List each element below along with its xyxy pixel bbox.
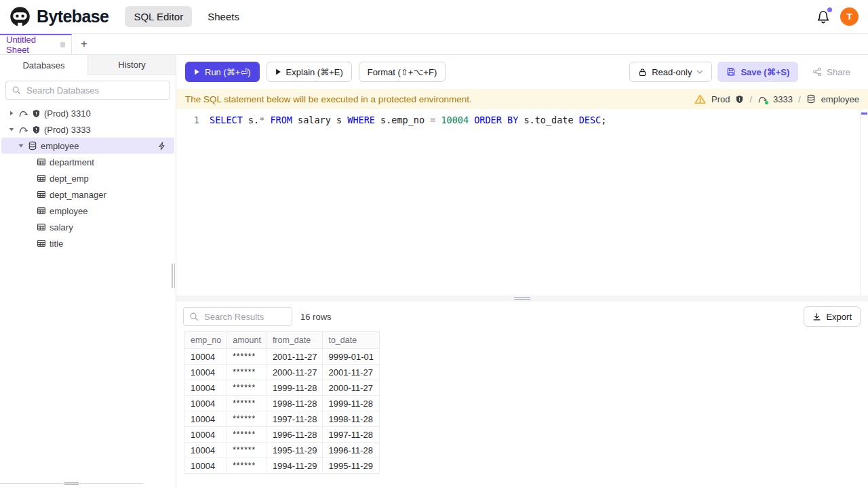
quick-action-bolt-icon[interactable] — [157, 142, 166, 150]
sheet-tab-bar: Untitled Sheet + — [0, 34, 868, 55]
tree-instance-prod-3333[interactable]: (Prod) 3333 — [0, 121, 176, 138]
tree-table-salary[interactable]: salary — [0, 219, 176, 235]
column-header[interactable]: from_date — [267, 332, 323, 349]
table-row[interactable]: 10004******2000-11-272001-11-27 — [185, 365, 380, 380]
table-label: department — [50, 157, 94, 167]
notification-badge — [827, 7, 832, 12]
tree-table-dept-emp[interactable]: dept_emp — [0, 170, 176, 186]
breadcrumb-environment: Prod — [711, 94, 730, 104]
top-nav: SQL Editor Sheets — [125, 6, 248, 27]
brand: Bytebase — [9, 6, 108, 27]
tab-history[interactable]: History — [87, 55, 176, 75]
search-databases-input[interactable] — [5, 81, 170, 100]
export-button[interactable]: Export — [804, 306, 861, 327]
mysql-icon — [18, 125, 28, 135]
table-label: dept_emp — [50, 174, 89, 184]
sql-statement: SELECT s.* FROM salary s WHERE s.emp_no … — [205, 114, 606, 127]
table-icon — [37, 222, 46, 232]
shield-icon — [735, 95, 744, 104]
tree-table-dept-manager[interactable]: dept_manager — [0, 186, 176, 203]
share-button[interactable]: Share — [804, 62, 859, 82]
code-line: 1 SELECT s.* FROM salary s WHERE s.emp_n… — [176, 109, 868, 127]
sidebar-panel-drag-handle[interactable] — [64, 482, 79, 486]
shield-icon — [32, 109, 41, 118]
tree-table-employee[interactable]: employee — [0, 203, 176, 219]
column-header[interactable]: to_date — [323, 332, 380, 349]
explain-button[interactable]: Explain (⌘+E) — [267, 62, 352, 82]
mysql-icon — [18, 108, 28, 119]
column-header[interactable]: amount — [227, 332, 267, 349]
sheet-tab-label: Untitled Sheet — [6, 35, 56, 55]
tree-table-department[interactable]: department — [0, 154, 176, 170]
table-label: salary — [50, 222, 73, 232]
tab-databases[interactable]: Databases — [0, 55, 87, 75]
banner-message: The SQL statement below will be executed… — [185, 94, 472, 104]
results-header: 16 rows Export — [176, 302, 868, 331]
unsaved-indicator — [60, 42, 65, 47]
table-icon — [37, 239, 46, 248]
mysql-icon — [757, 94, 768, 104]
column-header[interactable]: emp_no — [185, 332, 227, 349]
instance-label: (Prod) 3333 — [44, 125, 91, 135]
chevron-down-icon[interactable] — [18, 143, 24, 148]
bytebase-logo-icon — [9, 6, 31, 27]
sheet-tab-untitled[interactable]: Untitled Sheet — [0, 34, 72, 54]
protected-environment-banner: The SQL statement below will be executed… — [176, 89, 868, 109]
editor-results-splitter[interactable] — [176, 296, 868, 302]
format-button[interactable]: Format (⇧+⌥+F) — [359, 62, 446, 82]
top-bar: Bytebase SQL Editor Sheets T — [0, 0, 868, 34]
add-sheet-button[interactable]: + — [72, 34, 96, 54]
results-search — [183, 307, 292, 326]
database-search — [5, 81, 170, 100]
table-icon — [37, 190, 46, 199]
results-panel: 16 rows Export emp_no amount from_date — [176, 302, 868, 488]
chevron-down-icon[interactable] — [8, 127, 15, 132]
sidebar-tabs: Databases History — [0, 55, 176, 75]
connection-breadcrumb: Prod / 3333 / — [694, 94, 859, 104]
chevron-right-icon[interactable] — [8, 110, 15, 116]
download-icon — [812, 312, 821, 321]
notification-bell-icon[interactable] — [816, 9, 831, 24]
table-row[interactable]: 10004******1994-11-291995-11-29 — [185, 458, 380, 474]
table-label: employee — [50, 206, 87, 216]
database-label: employee — [41, 141, 79, 151]
database-icon — [28, 141, 37, 150]
top-right: T — [816, 7, 859, 26]
share-icon — [812, 67, 822, 77]
results-header-row: emp_no amount from_date to_date — [185, 332, 380, 349]
database-tree: (Prod) 3310 (Prod) 3333 — [0, 105, 176, 251]
splitter-drag-handle[interactable] — [514, 297, 530, 301]
table-label: title — [50, 239, 63, 249]
database-icon — [806, 94, 816, 104]
warning-icon — [694, 94, 706, 104]
save-button[interactable]: Save (⌘+S) — [717, 62, 798, 82]
table-row[interactable]: 10004******1999-11-282000-11-27 — [185, 380, 380, 396]
readonly-mode-button[interactable]: Read-only — [629, 62, 712, 82]
table-icon — [37, 157, 46, 167]
lock-icon — [638, 68, 647, 77]
cursor-line-marker — [861, 113, 867, 115]
shield-icon — [32, 125, 41, 134]
table-row[interactable]: 10004******2001-11-279999-01-01 — [185, 349, 380, 365]
results-table: emp_no amount from_date to_date 10004***… — [184, 331, 380, 474]
instance-label: (Prod) 3310 — [44, 108, 91, 119]
brand-name: Bytebase — [37, 7, 108, 26]
avatar[interactable]: T — [840, 7, 859, 26]
tree-table-title[interactable]: title — [0, 235, 176, 251]
tree-instance-prod-3310[interactable]: (Prod) 3310 — [0, 105, 176, 121]
tree-database-employee[interactable]: employee — [1, 138, 174, 154]
status-dot — [765, 101, 768, 104]
row-count: 16 rows — [300, 312, 332, 322]
sidebar-resize-handle[interactable] — [172, 264, 175, 288]
table-row[interactable]: 10004******1995-11-291996-11-28 — [185, 443, 380, 458]
sql-editor[interactable]: 1 SELECT s.* FROM salary s WHERE s.emp_n… — [176, 109, 868, 296]
nav-sql-editor[interactable]: SQL Editor — [125, 6, 192, 27]
table-row[interactable]: 10004******1997-11-281998-11-28 — [185, 411, 380, 427]
save-icon — [726, 67, 736, 77]
table-row[interactable]: 10004******1998-11-281999-11-28 — [185, 396, 380, 411]
table-row[interactable]: 10004******1996-11-281997-11-28 — [185, 427, 380, 443]
nav-sheets[interactable]: Sheets — [199, 6, 248, 27]
search-results-input[interactable] — [183, 307, 292, 326]
sidebar: Databases History — [0, 55, 176, 488]
run-button[interactable]: Run (⌘+⏎) — [185, 62, 260, 82]
